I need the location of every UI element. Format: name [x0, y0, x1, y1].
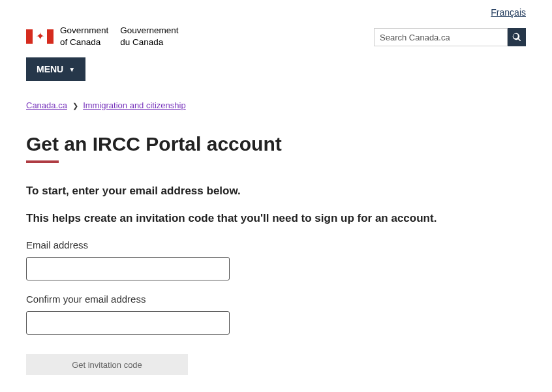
menu-label: MENU [37, 64, 63, 74]
intro-line-2: This helps create an invitation code tha… [26, 210, 526, 227]
government-logo: ✦ Government of Canada Gouvernement du C… [26, 22, 179, 48]
breadcrumb-separator: ❯ [72, 102, 78, 110]
confirm-email-label: Confirm your email address [26, 294, 526, 305]
gov-text-en-2: of Canada [60, 37, 108, 48]
title-underline [26, 160, 59, 163]
canada-flag-icon: ✦ [26, 29, 54, 44]
confirm-email-field[interactable] [26, 311, 230, 335]
breadcrumb: Canada.ca ❯ Immigration and citizenship [26, 100, 526, 110]
email-field[interactable] [26, 257, 230, 280]
search-input[interactable] [374, 28, 508, 46]
gov-text-en-1: Government [60, 25, 108, 37]
intro-line-1: To start, enter your email address below… [26, 183, 526, 200]
get-invitation-code-button[interactable]: Get invitation code [26, 354, 188, 375]
page-title: Get an IRCC Portal account [26, 133, 526, 155]
email-label: Email address [26, 239, 526, 250]
breadcrumb-section[interactable]: Immigration and citizenship [83, 100, 186, 110]
search-icon [512, 33, 521, 42]
gov-text-fr-1: Gouvernement [120, 25, 178, 37]
gov-text-fr-2: du Canada [120, 37, 178, 48]
chevron-down-icon: ▼ [69, 66, 75, 73]
language-toggle-link[interactable]: Français [491, 7, 526, 18]
main-menu-button[interactable]: MENU ▼ [26, 57, 85, 81]
breadcrumb-home[interactable]: Canada.ca [26, 100, 67, 110]
search-button[interactable] [508, 28, 526, 46]
